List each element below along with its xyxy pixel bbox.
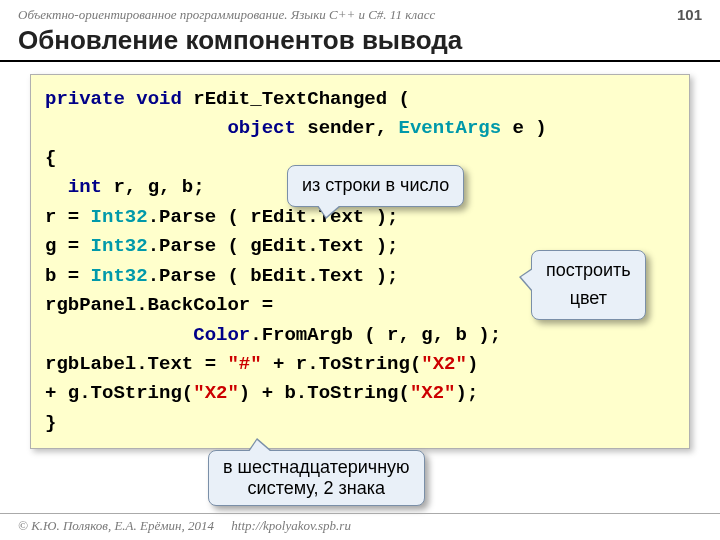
callout-string-to-number: из строки в число [287, 165, 464, 207]
code-line: private void rEdit_TextChanged ( [45, 85, 675, 114]
code-line: + g.ToString("X2") + b.ToString("X2"); [45, 379, 675, 408]
code-line: Color.FromArgb ( r, g, b ); [45, 321, 675, 350]
footer: © К.Ю. Поляков, Е.А. Ерёмин, 2014 http:/… [0, 513, 720, 534]
code-line: object sender, EventArgs e ) [45, 114, 675, 143]
callout-build-color: построитьцвет [531, 250, 646, 320]
header: Объектно-ориентированное программировани… [0, 0, 720, 25]
page-title: Обновление компонентов вывода [0, 25, 720, 62]
code-line: r = Int32.Parse ( rEdit.Text ); [45, 203, 675, 232]
code-line: rgbLabel.Text = "#" + r.ToString("X2") [45, 350, 675, 379]
copyright: © К.Ю. Поляков, Е.А. Ерёмин, 2014 [18, 518, 214, 533]
callout-hex-format: в шестнадцатеричнуюсистему, 2 знака [208, 450, 425, 506]
footer-url: http://kpolyakov.spb.ru [231, 518, 351, 533]
page-number: 101 [677, 6, 702, 23]
code-line: } [45, 409, 675, 438]
code-block: private void rEdit_TextChanged ( object … [30, 74, 690, 449]
course-label: Объектно-ориентированное программировани… [18, 7, 435, 23]
